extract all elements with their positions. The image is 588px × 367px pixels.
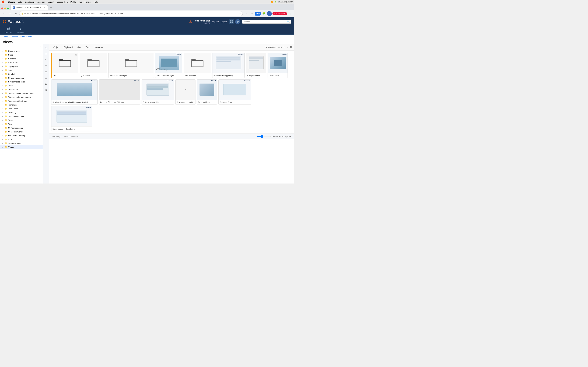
settings-icon[interactable]: [235, 19, 240, 24]
add-entry-btn[interactable]: Add Entry: [52, 135, 60, 138]
back-btn[interactable]: ←: [1, 11, 6, 16]
sidebar-item-texteditor[interactable]: › 📁 Text Editor: [0, 107, 43, 111]
upload-btn[interactable]: [43, 52, 49, 57]
sidebar-item-ux-telemetrierung[interactable]: › 📁 UX Telemetrierung: [0, 134, 43, 138]
new-extension-btn[interactable]: New: [255, 12, 260, 16]
app-name[interactable]: Chrome: [8, 1, 15, 3]
close-window-btn[interactable]: [1, 8, 3, 9]
sidebar-item-tree[interactable]: › 📁 Tree: [0, 122, 43, 126]
search-bar[interactable]: 🔍: [242, 20, 291, 24]
grid-item-ansichtseinstellungen2[interactable]: Fabasoft DesignAnsichtseinstellungen Ans…: [155, 53, 182, 78]
grid-item-dokumentenansicht1[interactable]: Fabasoft Dokumentenansicht: [142, 79, 174, 105]
browser-tab[interactable]: F Folder "Views" - Fabasoft Clo... ✕: [10, 5, 48, 10]
bookmark-icon[interactable]: ☆: [249, 11, 254, 16]
hide-captions-btn[interactable]: Hide Captions: [279, 135, 291, 138]
grid-item-detailansicht[interactable]: Fabasoft Detailansicht: [268, 53, 288, 78]
search-input[interactable]: [244, 21, 286, 23]
expand-panel-btn[interactable]: [43, 46, 49, 51]
sidebar-item-ui-mobile[interactable]: › 📁 UI Mobile Geräte: [0, 130, 43, 134]
grid-item-compact[interactable]: Compact Mode: [246, 53, 266, 78]
menu-tab[interactable]: Tab: [79, 1, 82, 3]
address-bar[interactable]: 🔒 at.cloud.fabasoft.com/folio/fscasp/con…: [19, 11, 243, 16]
refresh-btn[interactable]: ↻: [13, 11, 18, 16]
minimize-window-btn[interactable]: [4, 8, 6, 9]
sidebar-item-templates[interactable]: › 📁 Templates: [0, 103, 43, 107]
sidebar-item-views[interactable]: › 📁 Views: [0, 145, 43, 149]
people-btn[interactable]: [43, 87, 49, 92]
sidebar-item-teamroom[interactable]: › 📁 Teamroom: [0, 88, 43, 92]
grid-item-dokumentenansicht2[interactable]: ↗ Dokumentenansicht: [175, 79, 196, 105]
sidebar-item-symbole[interactable]: › 📁 Symbole: [0, 72, 43, 76]
sidebar-item-suchhinweis[interactable]: › 📁 Suchhinweis: [0, 49, 43, 53]
sidebar-item-ui-komponenten[interactable]: › 📁 UI Komponenten: [0, 126, 43, 130]
menu-bearbeiten[interactable]: Bearbeiten: [25, 1, 34, 3]
layout-btn[interactable]: [43, 70, 49, 75]
sidebar-item-siemens[interactable]: › 📁 Siemens: [0, 57, 43, 61]
menu-lesezeichen[interactable]: Lesezeichen: [57, 1, 68, 3]
sidebar-item-toast[interactable]: › 📁 Toast-Nachrichten: [0, 115, 43, 118]
grid-item-ansichtseinstellungen1[interactable]: Ansichtseinstellungen: [108, 53, 154, 78]
grid-item-dragdrop2[interactable]: Fabasoft Drag and Drop: [218, 79, 251, 105]
list-view-btn[interactable]: ☰: [290, 46, 292, 49]
menu-object[interactable]: Object: [51, 45, 62, 49]
email-btn[interactable]: [43, 64, 49, 68]
grid-item-dragdrop1[interactable]: Fabasoft Drag and Drop: [197, 79, 217, 105]
sidebar-item-versionierung[interactable]: › 📁 Versionierung: [0, 141, 43, 145]
apple-menu[interactable]: 🍎: [1, 0, 4, 3]
menu-fenster[interactable]: Fenster: [85, 1, 91, 3]
forward-btn[interactable]: →: [7, 11, 12, 16]
refresh-btn[interactable]: ↻: [284, 46, 285, 49]
sidebar-item-splitscreen[interactable]: › 📁 Split Screen: [0, 61, 43, 65]
sidebar-item-team[interactable]: › 📁 Team: [0, 84, 43, 88]
grid-item-beispielbilder[interactable]: Beispielbilder: [184, 53, 211, 78]
extensions-icon[interactable]: 🧩: [261, 11, 266, 16]
sidebar-item-shop[interactable]: › 📁 Shop: [0, 53, 43, 57]
aktualisieren-btn[interactable]: Aktualisieren: [272, 12, 287, 15]
profile-icon[interactable]: P: [267, 11, 272, 16]
sidebar-item-teamroom-herunterladen[interactable]: › 📁 Teamroom herunterladen: [0, 95, 43, 99]
menu-datei[interactable]: Datei: [18, 1, 22, 3]
menu-anzeigen[interactable]: Anzeigen: [37, 1, 45, 3]
history-btn[interactable]: [43, 82, 49, 86]
sidebar-item-teamroom-darstellung[interactable]: › 📁 Teamroom Darstellung (Icon): [0, 92, 43, 95]
sidebar-item-systemnachrichten[interactable]: › 📁 Systemnachrichten: [0, 80, 43, 84]
search-add-btn[interactable]: Search and Add: [64, 135, 78, 138]
sidebar-close-btn[interactable]: ✕: [39, 45, 41, 48]
menu-dots-icon[interactable]: ⋮: [288, 11, 293, 16]
sidebar-item-traces[interactable]: › 📁 Traces: [0, 118, 43, 122]
grid-item-direktes-offnen[interactable]: Fabasoft Direktes Öffnen von Objekten: [99, 79, 140, 105]
fullscreen-window-btn[interactable]: [7, 8, 9, 9]
grid-item-versendet[interactable]: _versendet: [80, 53, 107, 78]
sidebar-item-teamroom-ubertragen[interactable]: › 📁 Teamroom übertragen: [0, 99, 43, 103]
sidebar-item-support[interactable]: › 📁 Support: [0, 68, 43, 72]
favorites-tool[interactable]: ★ Favorites: [15, 27, 26, 35]
folder-create-btn[interactable]: +: [43, 58, 49, 63]
tab-close-btn[interactable]: ✕: [44, 7, 46, 9]
menu-profile[interactable]: Profile: [70, 1, 76, 3]
sidebar-item-synchronisierung[interactable]: › 📁 Synchronisierung: [0, 76, 43, 80]
menu-tools[interactable]: Tools: [84, 45, 93, 49]
share-icon[interactable]: ↑: [244, 11, 249, 16]
tree-view-tool[interactable]: Tree View: [3, 27, 15, 35]
sidebar-item-ticketing[interactable]: › 📁 Ticketing: [0, 111, 43, 115]
breadcrumb-home[interactable]: Home: [3, 36, 8, 38]
menu-clipboard[interactable]: Clipboard: [62, 45, 75, 49]
menu-versions[interactable]: Versions: [93, 45, 105, 49]
menu-view[interactable]: View: [75, 45, 84, 49]
grid-item-excel-modus[interactable]: Fabasoft Excel-Modus in Detaillisten: [51, 106, 92, 131]
breadcrumb-cloud[interactable]: Fabasoft Cloud Entwürfe: [11, 36, 32, 38]
menu-verlauf[interactable]: Verlauf: [48, 1, 54, 3]
sidebar-item-styleguide[interactable]: › 📁 Styleguide: [0, 65, 43, 68]
logout-link[interactable]: Logout: [221, 21, 227, 23]
new-tab-btn[interactable]: +: [49, 5, 53, 10]
grid-item-detailansicht-vorschau[interactable]: Fabasoft Detailansicht - Vorschaubilder …: [51, 79, 98, 105]
zoom-slider[interactable]: [257, 135, 271, 138]
grid-item-blockweise[interactable]: Fabasoft Blockweise Gruppierung: [212, 53, 245, 78]
list-btn[interactable]: [43, 75, 49, 80]
sort-btn[interactable]: ↕: [287, 46, 288, 49]
support-link[interactable]: Support: [212, 21, 219, 23]
menu-hilfe[interactable]: Hilfe: [94, 1, 98, 3]
grid-icon[interactable]: [229, 19, 234, 24]
sidebar-item-vde[interactable]: › 📁 VDE: [0, 138, 43, 141]
grid-item-old[interactable]: ☑ _old: [51, 53, 78, 78]
